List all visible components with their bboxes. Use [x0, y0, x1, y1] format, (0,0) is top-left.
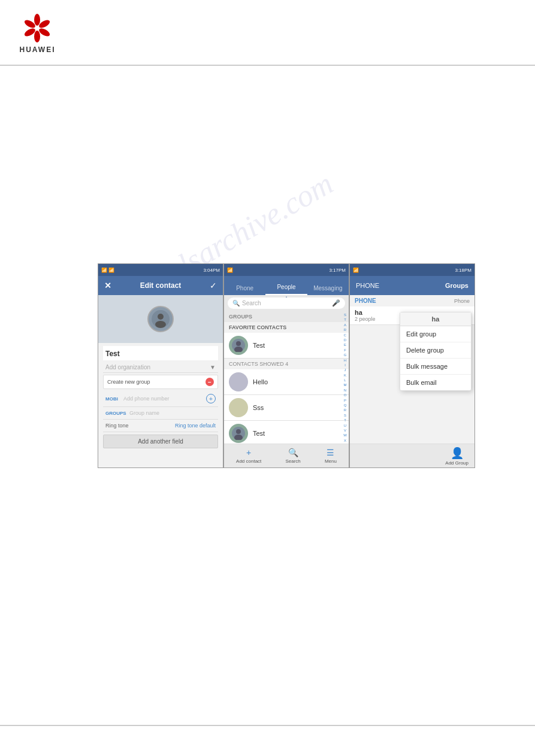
group-name-input[interactable]: Group name: [129, 410, 216, 416]
add-phone-row[interactable]: MOBI Add phone number +: [103, 391, 218, 407]
svg-point-10: [236, 341, 241, 346]
groups-label: GROUPS: [105, 411, 129, 416]
contact-name-field[interactable]: Test: [105, 350, 120, 358]
favorite-section-header: FAVORITE CONTACTS: [224, 322, 349, 333]
ringtone-row: Ring tone Ring tone default: [103, 420, 218, 432]
create-group-label: Create new group: [107, 379, 150, 385]
groups-section-header: GROUPS: [224, 311, 349, 322]
contacts-count: CONTACTS SHOWED 4: [224, 359, 349, 369]
search-icon: 🔍: [232, 300, 240, 306]
screen3-status-bar: 📶 3:18PM: [350, 264, 474, 276]
org-arrow-icon: ▼: [210, 364, 216, 371]
edit-group-item[interactable]: Edit group: [400, 326, 471, 342]
search-box[interactable]: 🔍 Search 🎤: [228, 297, 345, 309]
search-placeholder: Search: [242, 300, 261, 306]
huawei-logo-icon: [18, 11, 57, 44]
contact-item-sss[interactable]: Sss: [224, 395, 349, 421]
contact-name-test-fav: Test: [253, 342, 265, 349]
add-contact-label: Add contact: [236, 459, 261, 464]
svg-point-0: [34, 14, 40, 26]
tab-messaging[interactable]: Messaging: [307, 285, 349, 295]
page-header: HUAWEI: [0, 0, 535, 66]
context-menu-title: ha: [400, 312, 471, 326]
plus-icon: +: [246, 448, 251, 457]
screen2-time: 3:17PM: [329, 268, 346, 273]
screen2-people: 📶 3:17PM Phone People Messaging 🔍 Search…: [223, 263, 349, 468]
screen2-bottom-bar: + Add contact 🔍 Search ☰ Menu: [224, 444, 349, 467]
screen3-groups: 📶 3:18PM PHONE Groups PHONE Phone ha 2 p…: [349, 263, 475, 468]
bulk-message-item[interactable]: Bulk message: [400, 359, 471, 375]
screen1-time: 3:04PM: [203, 268, 220, 273]
contacts-list: GROUPS FAVORITE CONTACTS Test CONTAC: [224, 311, 349, 444]
add-phone-button[interactable]: +: [206, 394, 216, 403]
svg-point-13: [236, 429, 241, 434]
add-group-icon: 👤: [451, 447, 464, 460]
screen1-status-bar: 📶 📶 3:04PM: [98, 264, 223, 276]
groups-row[interactable]: GROUPS Group name: [103, 407, 218, 420]
screen3-bottom-bar: 👤 Add Group: [350, 444, 474, 467]
screen3-header-right[interactable]: Groups: [445, 282, 468, 289]
svg-point-3: [34, 31, 40, 42]
screen2-status-bar: 📶 3:17PM: [224, 264, 349, 276]
close-button[interactable]: ✕: [104, 281, 111, 290]
alphabet-sidebar: S T A R C D E F G H I J K L M N O P Q R: [341, 311, 349, 444]
screen1-header: ✕ Edit contact ✓: [98, 276, 223, 295]
svg-point-7: [158, 314, 164, 320]
screenshots-area: 📶 📶 3:04PM ✕ Edit contact ✓: [98, 263, 475, 468]
confirm-button[interactable]: ✓: [210, 281, 217, 290]
bulk-email-item[interactable]: Bulk email: [400, 375, 471, 390]
add-group-label: Add Group: [445, 460, 468, 466]
menu-label: Menu: [325, 459, 337, 464]
contact-item-test-fav[interactable]: Test: [224, 333, 349, 359]
tab-phone[interactable]: Phone: [224, 285, 265, 295]
ringtone-label: Ring tone: [105, 423, 129, 429]
page-footer: [0, 725, 535, 726]
phone-placeholder: Add phone number: [123, 396, 206, 402]
menu-button[interactable]: ☰ Menu: [325, 448, 337, 464]
ringtone-value[interactable]: Ring tone default: [175, 423, 216, 429]
contact-name-hello: Hello: [253, 378, 268, 385]
phone-section-header: PHONE Phone: [350, 295, 474, 306]
screen2-tabs: Phone People Messaging: [224, 276, 349, 295]
add-group-button[interactable]: 👤 Add Group: [445, 447, 468, 466]
huawei-logo: HUAWEI: [18, 11, 57, 54]
screen3-header-left: PHONE: [356, 282, 379, 289]
contact-avatar[interactable]: [147, 306, 174, 332]
brand-name: HUAWEI: [20, 45, 56, 54]
remove-group-button[interactable]: −: [205, 378, 214, 386]
create-group-row[interactable]: Create new group −: [103, 375, 218, 389]
contact-name-sss: Sss: [253, 404, 264, 411]
contact-item-test2[interactable]: Test: [224, 421, 349, 444]
microphone-icon[interactable]: 🎤: [332, 299, 340, 307]
s3-status-left: 📶: [353, 268, 359, 273]
add-contact-button[interactable]: + Add contact: [236, 448, 261, 464]
search-icon-bottom: 🔍: [288, 448, 298, 457]
avatar-icon: [232, 427, 245, 440]
screen1-content: Test Add organization ▼ Create new group…: [98, 343, 223, 467]
phone-right: Phone: [454, 298, 470, 304]
phone-label: PHONE: [355, 297, 376, 304]
search-label: Search: [285, 459, 300, 464]
avatar-test2: [229, 424, 248, 443]
tab-people[interactable]: People: [265, 284, 307, 295]
screen3-time: 3:18PM: [455, 268, 471, 273]
menu-icon: ☰: [327, 448, 334, 457]
screen1-avatar-area: [98, 295, 223, 343]
search-button[interactable]: 🔍 Search: [285, 448, 300, 464]
screen3-header: PHONE Groups: [350, 276, 474, 295]
status-icons-left: 📶 📶: [101, 268, 114, 273]
delete-group-item[interactable]: Delete group: [400, 342, 471, 359]
avatar-icon: [232, 339, 245, 352]
add-field-button[interactable]: Add another field: [103, 435, 218, 448]
avatar-icon: [152, 310, 170, 328]
screen1-edit-contact: 📶 📶 3:04PM ✕ Edit contact ✓: [98, 263, 223, 468]
mobile-label: MOBI: [105, 396, 123, 402]
avatar-sss: [229, 398, 248, 417]
contact-item-hello[interactable]: Hello: [224, 369, 349, 395]
avatar-test-fav: [229, 336, 248, 355]
context-menu: ha Edit group Delete group Bulk message …: [400, 312, 471, 391]
contact-name-test2: Test: [253, 430, 265, 437]
organization-row[interactable]: Add organization ▼: [103, 362, 218, 373]
screen1-title: Edit contact: [140, 281, 182, 290]
svg-point-8: [155, 321, 166, 328]
